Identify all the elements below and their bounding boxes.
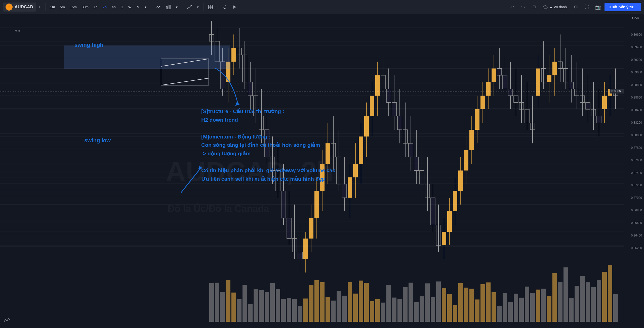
divider-2 — [151, 3, 151, 11]
tf-more[interactable]: ▾ — [143, 4, 148, 10]
svg-rect-0 — [166, 7, 167, 9]
grid-line — [0, 71, 624, 71]
grid-line — [0, 83, 624, 83]
tf-1h[interactable]: 1h — [92, 4, 100, 10]
tf-2h[interactable]: 2h — [101, 4, 109, 10]
cloud-save-btn[interactable]: ☁ Vô danh — [541, 4, 569, 10]
undo-btn[interactable]: ↩ — [507, 3, 516, 12]
price-tick: 0.89400 — [631, 45, 642, 49]
divider-1 — [45, 3, 46, 11]
indicators-btn[interactable] — [185, 3, 194, 12]
symbol-icon: T — [6, 4, 13, 11]
tf-d[interactable]: D — [119, 4, 125, 10]
tf-30m[interactable]: 30m — [80, 4, 91, 10]
num-badge: ▼ 3 — [15, 29, 20, 33]
price-tick: 0.87800 — [631, 146, 642, 150]
svg-rect-4 — [211, 5, 213, 7]
drawing-tools-btn[interactable] — [164, 3, 173, 12]
price-tick: 0.88200 — [631, 121, 642, 124]
tf-4h[interactable]: 4h — [110, 4, 118, 10]
divider-4 — [203, 3, 204, 11]
tradingview-logo — [3, 316, 12, 325]
grid-line — [0, 221, 624, 221]
publish-btn[interactable]: Xuất bản ý tư... — [605, 3, 641, 11]
fullscreen-btn[interactable]: ⛶ — [582, 3, 591, 12]
svg-rect-3 — [209, 5, 210, 7]
grid-line — [0, 133, 624, 134]
symbol-selector[interactable]: T AUDCAD — [3, 3, 36, 12]
tf-m[interactable]: M — [135, 4, 142, 10]
tf-5m[interactable]: 5m — [58, 4, 67, 10]
grid-line — [0, 159, 624, 159]
price-tick: 0.89600 — [631, 33, 642, 36]
redo-btn[interactable]: ↪ — [518, 3, 528, 12]
current-price-badge: 0.88660 — [610, 89, 624, 93]
toolbar: T AUDCAD + 1m 5m 15m 30m 1h 2h 4h D W M … — [0, 0, 644, 14]
price-tick: 0.88000 — [631, 133, 642, 137]
grid-line — [0, 45, 624, 46]
price-tick: 0.88600 — [631, 96, 642, 99]
snapshot-btn[interactable]: 📷 — [593, 3, 602, 12]
grid-line — [0, 108, 624, 109]
indicators-more[interactable]: ▾ — [195, 4, 201, 10]
price-tick: 0.87000 — [631, 196, 642, 200]
price-tick: 0.87400 — [631, 171, 642, 175]
grid-line — [0, 146, 624, 146]
price-tick: 0.88800 — [631, 83, 642, 87]
price-tick: 0.86600 — [631, 221, 642, 225]
tf-w[interactable]: W — [126, 4, 134, 10]
grid-line — [0, 33, 624, 33]
price-tick: 0.88400 — [631, 108, 642, 112]
settings-btn[interactable]: ⚙ — [571, 3, 580, 12]
cad-label[interactable]: CAD ~ — [624, 14, 644, 21]
price-tick: 0.86200 — [631, 246, 642, 250]
price-tick: 0.89200 — [631, 58, 642, 62]
replay-btn[interactable] — [230, 3, 239, 12]
grid-line — [0, 196, 624, 196]
cloud-label: ☁ Vô danh — [549, 5, 567, 9]
price-tick: 0.86400 — [631, 234, 642, 237]
templates-btn[interactable] — [206, 3, 215, 12]
chart-type-more[interactable]: ▾ — [174, 4, 180, 10]
price-tick: 0.86800 — [631, 209, 642, 212]
svg-rect-2 — [169, 5, 170, 9]
layout-btn[interactable]: □ — [530, 3, 539, 12]
price-tick: 0.87600 — [631, 159, 642, 162]
divider-3 — [182, 3, 182, 11]
alerts-btn[interactable] — [220, 3, 229, 12]
chart-type-btn[interactable] — [154, 3, 163, 12]
tf-15m[interactable]: 15m — [68, 4, 79, 10]
grid-line — [0, 183, 624, 184]
price-tick: 0.89000 — [631, 71, 642, 74]
grid-line — [0, 121, 624, 121]
symbol-text: AUDCAD — [15, 5, 33, 10]
add-indicator-btn[interactable]: + — [37, 4, 43, 10]
price-tick: 0.87200 — [631, 183, 642, 187]
svg-rect-1 — [168, 6, 169, 9]
grid-line — [0, 96, 624, 96]
tf-1m[interactable]: 1m — [48, 4, 57, 10]
svg-rect-5 — [209, 7, 210, 9]
price-axis: CAD ~ 0.896000.894000.892000.890000.8880… — [624, 14, 644, 328]
grid-line — [0, 209, 624, 209]
grid-line — [0, 234, 624, 234]
grid-line — [0, 58, 624, 58]
divider-5 — [218, 3, 218, 11]
grid-line — [0, 171, 624, 171]
svg-rect-6 — [211, 7, 213, 9]
current-price-value: 0.88660 — [612, 89, 622, 93]
grid-line — [0, 246, 624, 247]
